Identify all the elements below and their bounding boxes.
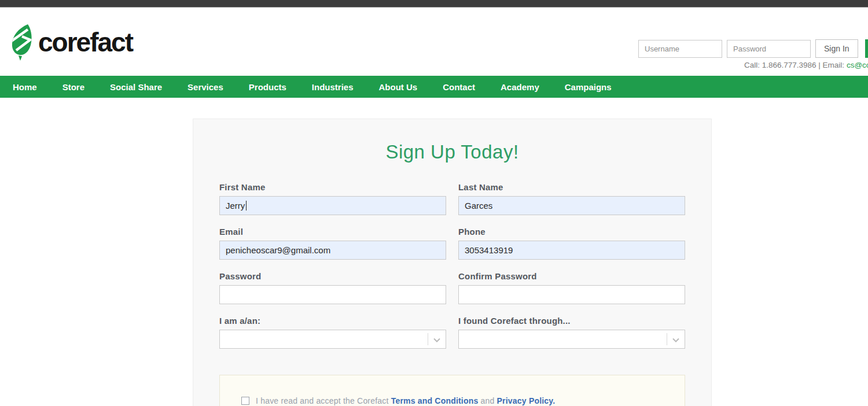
nav-item-services[interactable]: Services (187, 82, 223, 92)
signup-title: Sign Up Today! (193, 141, 711, 163)
nav-item-industries[interactable]: Industries (312, 82, 354, 92)
sign-up-button[interactable]: Sign Up (865, 39, 868, 58)
corefact-leaf-icon (10, 24, 35, 61)
password-label: Password (219, 271, 446, 281)
confirm-password-group: Confirm Password (458, 271, 685, 304)
last-name-group: Last Name (458, 182, 685, 215)
phone-label: Phone (458, 227, 685, 237)
password-group: Password (219, 271, 446, 304)
signup-card: Sign Up Today! First Name Last Name Emai… (193, 119, 712, 406)
nav-item-store[interactable]: Store (62, 82, 84, 92)
email-input[interactable] (219, 241, 446, 260)
main-nav-list: HomeStoreSocial ShareServicesProductsInd… (0, 82, 637, 92)
contact-phone-text: Call: 1.866.777.3986 | Email: (744, 61, 847, 69)
nav-item-academy[interactable]: Academy (501, 82, 539, 92)
select-divider (428, 333, 428, 345)
terms-box: I have read and accept the Corefact Term… (219, 375, 685, 406)
terms-checkbox[interactable] (241, 397, 249, 405)
contact-info: Call: 1.866.777.3986 | Email: cs@corefac… (744, 61, 868, 69)
username-input[interactable] (638, 40, 722, 58)
role-group: I am a/an: (219, 316, 446, 349)
terms-and-conditions-link[interactable]: Terms and Conditions (391, 396, 479, 405)
confirm-password-input[interactable] (458, 285, 685, 304)
first-name-label: First Name (219, 182, 446, 192)
last-name-input[interactable] (458, 196, 685, 215)
referral-group: I found Corefact through... (458, 316, 685, 349)
referral-select[interactable] (458, 330, 685, 349)
text-caret (246, 201, 247, 211)
site-header: corefact Sign In Sign Up Call: 1.866.777… (0, 8, 868, 76)
nav-item-about-us[interactable]: About Us (379, 82, 418, 92)
email-group: Email (219, 227, 446, 260)
referral-label: I found Corefact through... (458, 316, 685, 326)
chevron-down-icon (671, 335, 681, 345)
terms-text-middle: and (478, 396, 496, 405)
main-nav: HomeStoreSocial ShareServicesProductsInd… (0, 76, 868, 98)
password-input[interactable] (727, 40, 811, 58)
first-name-group: First Name (219, 182, 446, 215)
signup-form: First Name Last Name Email Phone Passwor… (219, 182, 685, 360)
last-name-label: Last Name (458, 182, 685, 192)
phone-group: Phone (458, 227, 685, 260)
nav-item-home[interactable]: Home (13, 82, 37, 92)
nav-item-contact[interactable]: Contact (443, 82, 475, 92)
nav-item-products[interactable]: Products (249, 82, 286, 92)
confirm-password-label: Confirm Password (458, 271, 685, 281)
phone-input[interactable] (458, 241, 685, 260)
privacy-policy-link[interactable]: Privacy Policy. (497, 396, 556, 405)
role-label: I am a/an: (219, 316, 446, 326)
top-dark-bar (0, 0, 868, 8)
first-name-input[interactable] (219, 196, 446, 215)
sign-in-button[interactable]: Sign In (815, 39, 858, 58)
header-auth-area: Sign In Sign Up (638, 39, 868, 58)
chevron-down-icon (432, 335, 442, 345)
logo-wordmark: corefact (38, 24, 133, 61)
role-select[interactable] (219, 330, 446, 349)
email-label: Email (219, 227, 446, 237)
contact-email-link[interactable]: cs@corefact.com (847, 61, 868, 69)
corefact-logo[interactable]: corefact (10, 24, 133, 61)
signup-password-input[interactable] (219, 285, 446, 304)
select-divider (667, 333, 667, 345)
nav-item-campaigns[interactable]: Campaigns (565, 82, 612, 92)
nav-item-social-share[interactable]: Social Share (110, 82, 162, 92)
terms-text-before: I have read and accept the Corefact (256, 396, 391, 405)
terms-text: I have read and accept the Corefact Term… (256, 396, 555, 405)
